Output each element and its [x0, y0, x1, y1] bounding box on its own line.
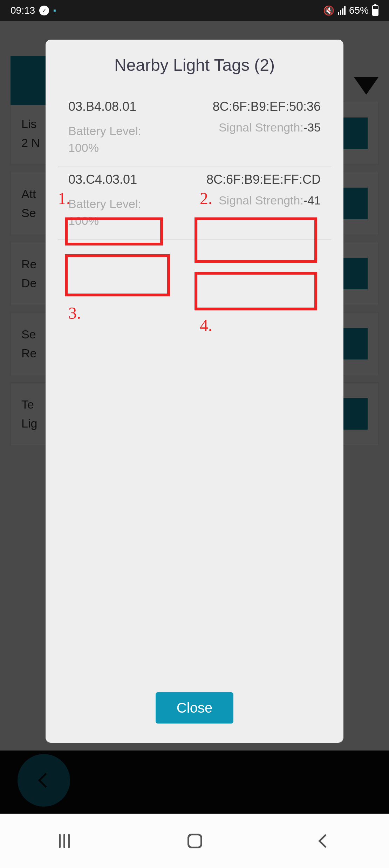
- tag-battery-label: Battery Level:: [68, 197, 141, 210]
- annotation-label-4: 4.: [200, 316, 212, 335]
- tag-list: 03.B4.08.01 Battery Level: 100% 8C:6F:B9…: [58, 94, 331, 692]
- tag-battery-label: Battery Level:: [68, 124, 141, 137]
- tag-signal: Signal Strength:-35: [198, 119, 321, 136]
- nav-recent-button[interactable]: [59, 834, 70, 848]
- tag-mac: 8C:6F:B9:EF:50:36: [198, 99, 321, 114]
- annotation-label-3: 3.: [68, 303, 81, 323]
- annotation-label-2: 2.: [200, 189, 212, 208]
- tag-item-0[interactable]: 03.B4.08.01 Battery Level: 100% 8C:6F:B9…: [58, 94, 331, 167]
- tag-battery-value: 100%: [68, 214, 99, 227]
- status-bar: 09:13 ✓ ■ 🔇 65%: [0, 0, 389, 21]
- tag-battery-value: 100%: [68, 141, 99, 154]
- status-right-group: 🔇 65%: [323, 5, 378, 16]
- tag-mac: 8C:6F:B9:EE:FF:CD: [198, 172, 321, 187]
- tag-id: 03.C4.03.01: [68, 172, 191, 187]
- tag-signal-label: Signal Strength:: [219, 194, 303, 207]
- status-check-icon: ✓: [39, 6, 49, 15]
- tag-signal-value: -41: [303, 194, 321, 207]
- status-app-indicator: ■: [53, 8, 56, 13]
- status-time: 09:13: [11, 5, 35, 16]
- mute-icon: 🔇: [323, 5, 334, 16]
- nav-back-button[interactable]: [318, 834, 332, 848]
- tag-left-col: 03.B4.08.01 Battery Level: 100%: [68, 99, 198, 156]
- tag-battery: Battery Level: 100%: [68, 196, 191, 229]
- modal-title: Nearby Light Tags (2): [58, 55, 331, 75]
- android-nav-bar: [0, 814, 389, 868]
- tag-signal-label: Signal Strength:: [219, 121, 303, 134]
- tag-signal-value: -35: [303, 121, 321, 134]
- status-left-group: 09:13 ✓ ■: [11, 5, 56, 16]
- annotation-label-1: 1.: [58, 189, 70, 208]
- battery-icon: [372, 5, 378, 16]
- close-button[interactable]: Close: [156, 692, 233, 724]
- tag-id: 03.B4.08.01: [68, 99, 191, 114]
- tag-right-col: 8C:6F:B9:EE:FF:CD Signal Strength:-41: [198, 172, 321, 229]
- nearby-tags-modal: Nearby Light Tags (2) 03.B4.08.01 Batter…: [46, 40, 343, 743]
- signal-icon: [338, 6, 346, 15]
- battery-percent: 65%: [349, 5, 369, 16]
- tag-item-1[interactable]: 03.C4.03.01 Battery Level: 100% 8C:6F:B9…: [58, 167, 331, 240]
- tag-signal: Signal Strength:-41: [198, 192, 321, 209]
- tag-battery: Battery Level: 100%: [68, 123, 191, 156]
- tag-right-col: 8C:6F:B9:EF:50:36 Signal Strength:-35: [198, 99, 321, 156]
- tag-left-col: 03.C4.03.01 Battery Level: 100%: [68, 172, 198, 229]
- nav-home-button[interactable]: [187, 834, 202, 848]
